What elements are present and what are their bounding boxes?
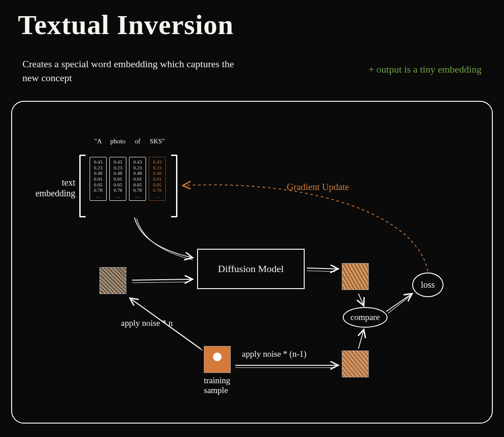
apply-noise-n1-label: apply noise * (n-1) bbox=[242, 349, 306, 359]
bracket-left bbox=[79, 155, 86, 217]
note-positive: + output is a tiny embedding bbox=[368, 64, 482, 75]
vec-1: 0.430.230.480.010.050.78… bbox=[109, 157, 126, 201]
noised-image-n bbox=[99, 267, 126, 294]
token-sks: SKS" bbox=[149, 138, 166, 145]
compare-node: compare bbox=[343, 307, 388, 328]
subtitle: Creates a special word embedding which c… bbox=[22, 57, 246, 85]
vec-0: 0.430.230.480.010.050.78… bbox=[90, 157, 107, 201]
token-of: of bbox=[129, 138, 146, 145]
training-sample-image bbox=[204, 346, 231, 373]
bracket-right bbox=[171, 155, 177, 217]
predicted-image bbox=[342, 263, 369, 290]
token-photo: photo bbox=[109, 138, 126, 145]
token-labels: "A photo of SKS" bbox=[90, 138, 166, 145]
loss-node: loss bbox=[412, 273, 444, 297]
diffusion-model-box: Diffusion Model bbox=[197, 249, 305, 289]
noised-image-n-1 bbox=[342, 350, 369, 377]
text-embedding-label: text embedding bbox=[35, 177, 75, 199]
vec-2: 0.430.230.480.010.050.78… bbox=[129, 157, 146, 201]
page-title: Textual Inversion bbox=[18, 9, 234, 41]
training-sample-label: training sample bbox=[204, 376, 230, 395]
embedding-vectors: 0.430.230.480.010.050.78… 0.430.230.480.… bbox=[90, 157, 166, 201]
apply-noise-n-label: apply noise * n bbox=[121, 318, 173, 328]
gradient-update-label: Gradient Update bbox=[287, 182, 349, 193]
vec-sks-trainable: 0.430.230.480.010.050.78… bbox=[149, 157, 166, 201]
token-a: "A bbox=[90, 138, 107, 145]
